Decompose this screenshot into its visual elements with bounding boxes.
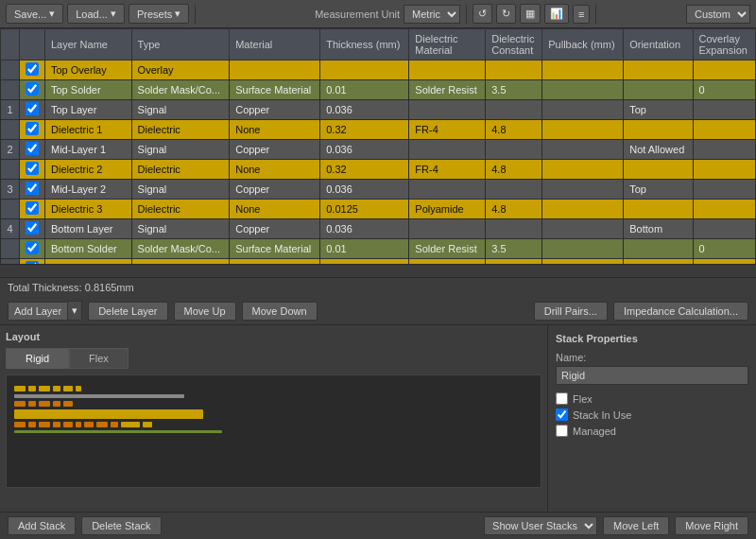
row-diel-const: 3.5 xyxy=(486,80,542,100)
row-type: Dielectric xyxy=(131,160,230,180)
row-checkbox[interactable] xyxy=(26,201,39,215)
row-pullback xyxy=(542,219,624,239)
managed-label: Managed xyxy=(573,426,616,437)
row-checkbox[interactable] xyxy=(26,182,39,195)
row-diel-mat: Solder Resist xyxy=(409,239,486,259)
row-material xyxy=(230,61,320,80)
row-checkbox[interactable] xyxy=(26,162,39,175)
row-orientation: Not Allowed xyxy=(624,140,693,160)
row-pullback xyxy=(542,120,624,140)
toolbar-sep-3 xyxy=(595,5,596,24)
save-button[interactable]: Save... ▾ xyxy=(6,4,63,24)
flex-checkbox[interactable] xyxy=(556,392,568,405)
add-stack-button[interactable]: Add Stack xyxy=(8,516,76,535)
row-checkbox[interactable] xyxy=(26,82,39,96)
name-label: Name: xyxy=(556,352,748,363)
toolbar: Save... ▾ Load... ▾ Presets ▾ Measuremen… xyxy=(0,0,756,28)
row-type: Overlay xyxy=(131,61,230,80)
row-thickness: 0.0125 xyxy=(320,200,409,219)
stack-in-use-checkbox[interactable] xyxy=(556,409,568,421)
tab-flex[interactable]: Flex xyxy=(69,348,129,369)
row-pullback xyxy=(542,180,624,200)
show-stacks-select[interactable]: Show User Stacks xyxy=(484,516,597,535)
col-type: Type xyxy=(131,29,230,61)
row-coverlay xyxy=(693,140,755,160)
seg-yellow-8 xyxy=(143,422,152,427)
row-checkbox[interactable] xyxy=(26,62,39,76)
row-type: Solder Mask/Co... xyxy=(131,239,230,259)
row-coverlay xyxy=(693,219,755,239)
row-orientation: Top xyxy=(624,100,693,120)
row-material: None xyxy=(230,160,320,180)
layer-table: Layer Name Type Material Thickness (mm) … xyxy=(0,28,756,265)
action-bar: Add Layer ▾ Delete Layer Move Up Move Do… xyxy=(0,297,756,325)
move-up-button[interactable]: Move Up xyxy=(174,302,236,321)
move-left-button[interactable]: Move Left xyxy=(603,516,669,535)
row-diel-mat: Solder Resist xyxy=(409,80,486,100)
drill-pairs-button[interactable]: Drill Pairs... xyxy=(534,302,608,321)
seg-orange-3 xyxy=(39,401,50,407)
row-check xyxy=(20,219,45,239)
presets-button[interactable]: Presets ▾ xyxy=(129,4,189,24)
add-layer-button[interactable]: Add Layer xyxy=(8,302,68,321)
load-label: Load... xyxy=(76,9,108,20)
row-checkbox[interactable] xyxy=(26,221,39,235)
move-right-button[interactable]: Move Right xyxy=(675,516,748,535)
row-layer-name: Mid-Layer 2 xyxy=(45,180,132,200)
seg-yellow-1 xyxy=(14,386,26,391)
table-row: 1Top LayerSignalCopper0.036Top xyxy=(1,100,756,120)
name-input[interactable] xyxy=(556,366,748,385)
col-check xyxy=(20,29,45,61)
horizontal-scrollbar[interactable] xyxy=(0,265,756,278)
bottom-area: Layout Rigid Flex xyxy=(0,325,756,539)
layer-table-area: Layer Name Type Material Thickness (mm) … xyxy=(0,28,756,265)
refresh1-button[interactable]: ↺ xyxy=(472,4,492,24)
seg-orange-12 xyxy=(84,422,94,427)
tab-rigid[interactable]: Rigid xyxy=(6,348,69,369)
row-check xyxy=(20,180,45,200)
row-orientation xyxy=(624,200,693,219)
row-material: Surface Material xyxy=(230,80,320,100)
custom-select[interactable]: Custom xyxy=(686,5,750,24)
chart-button[interactable]: 📊 xyxy=(544,4,569,24)
row-diel-mat xyxy=(409,100,486,120)
layers-button[interactable]: ≡ xyxy=(573,5,590,24)
col-num xyxy=(1,29,20,61)
add-layer-group: Add Layer ▾ xyxy=(8,301,82,321)
table-row: Bottom SolderSolder Mask/Co...Surface Ma… xyxy=(1,239,756,259)
toolbar-sep-1 xyxy=(195,5,196,24)
col-coverlay: CoverlayExpansion xyxy=(693,29,755,61)
move-down-button[interactable]: Move Down xyxy=(242,302,318,321)
col-layer-name: Layer Name xyxy=(45,29,132,61)
row-checkbox[interactable] xyxy=(26,122,39,135)
add-stack-label: Add Stack xyxy=(18,520,65,531)
seg-orange-1 xyxy=(14,401,26,407)
bottom-action-bar: Add Stack Delete Stack Show User Stacks … xyxy=(0,512,756,539)
row-check xyxy=(20,160,45,180)
row-diel-const: 4.8 xyxy=(486,160,542,180)
delete-layer-button[interactable]: Delete Layer xyxy=(88,302,167,321)
row-type: Signal xyxy=(131,140,230,160)
row-checkbox[interactable] xyxy=(26,241,39,254)
delete-stack-button[interactable]: Delete Stack xyxy=(81,516,161,535)
col-thickness: Thickness (mm) xyxy=(320,29,409,61)
row-check xyxy=(20,140,45,160)
row-num: 3 xyxy=(1,180,20,200)
managed-checkbox[interactable] xyxy=(556,425,568,437)
grid-button[interactable]: ▦ xyxy=(520,4,541,24)
row-pullback xyxy=(542,160,624,180)
add-layer-dropdown[interactable]: ▾ xyxy=(68,301,82,321)
seg-yellow-3 xyxy=(39,386,50,391)
total-thickness: Total Thickness: 0.8165mm xyxy=(8,282,134,293)
row-check xyxy=(20,200,45,219)
row-check xyxy=(20,100,45,120)
row-checkbox[interactable] xyxy=(26,142,39,155)
row-layer-name: Dielectric 2 xyxy=(45,160,132,180)
seg-dielectric-1 xyxy=(14,409,203,419)
load-button[interactable]: Load... ▾ xyxy=(67,4,125,24)
col-material: Material xyxy=(230,29,320,61)
measurement-unit-select[interactable]: Metric xyxy=(404,5,460,24)
row-checkbox[interactable] xyxy=(26,102,39,115)
impedance-button[interactable]: Impedance Calculation... xyxy=(613,302,748,321)
refresh2-button[interactable]: ↻ xyxy=(496,4,516,24)
